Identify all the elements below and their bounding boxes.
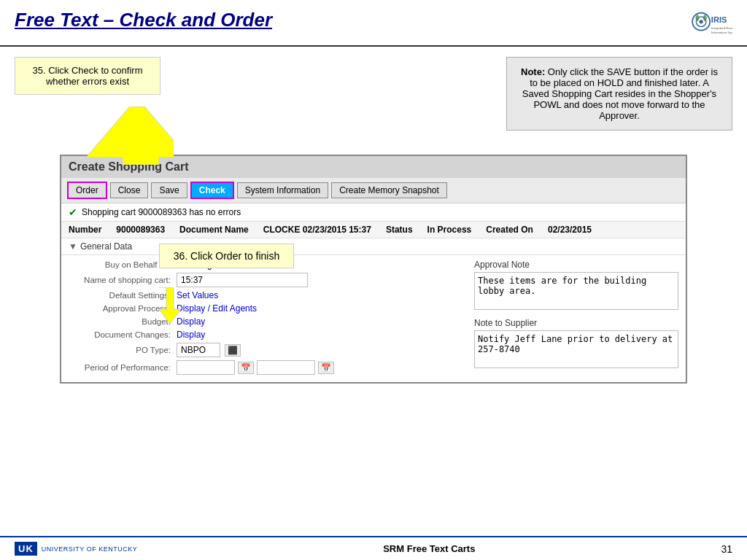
supplier-note-label: Note to Supplier [474,318,678,328]
form-left: Buy on Behalf Of: Mr. Craig Locke Name o… [69,260,460,378]
number-value: 9000089363 [116,225,165,235]
name-row: Name of shopping cart: [69,273,460,287]
period-end-icon[interactable]: 📅 [318,362,334,374]
note-label: Note: [521,66,545,77]
general-data-label: General Data [80,241,132,252]
name-label: Name of shopping cart: [69,276,171,284]
svg-marker-7 [159,287,181,324]
created-value: 02/23/2015 [548,225,592,235]
period-start-input[interactable] [177,360,235,375]
svg-marker-6 [86,106,174,165]
period-label: Period of Performance: [69,363,171,372]
cart-panel: Create Shopping Cart Order Close Save Ch… [60,155,687,384]
order-button[interactable]: Order [67,182,107,199]
page-header: Free Text – Check and Order IRIS Integra… [0,0,747,47]
create-snapshot-button[interactable]: Create Memory Snapshot [331,182,447,198]
callout-step-35: 35. Click Check to confirm whether error… [15,57,160,95]
iris-logo: IRIS Integrated Resource Information Sys… [689,9,732,41]
callout-step-35-text: 35. Click Check to confirm whether error… [33,65,143,87]
expand-icon[interactable]: ▼ [69,241,77,252]
tooltip-step-36-text: 36. Click Order to finish [174,250,280,262]
approval-note-label: Approval Note [474,260,678,270]
svg-text:Integrated Resource: Integrated Resource [711,26,732,30]
po-type-label: PO Type: [69,346,171,354]
arrow-step-35 [86,106,174,165]
svg-text:Information System: Information System [711,31,732,34]
period-controls: 📅 📅 [177,360,334,375]
status-check-icon: ✔ [69,206,77,218]
po-type-input[interactable] [177,343,220,357]
svg-text:IRIS: IRIS [711,15,727,24]
po-type-icon[interactable]: ⬛ [225,344,241,357]
callout-note: Note: Only click the SAVE button if the … [506,57,732,131]
doc-name-label: Document Name [179,225,249,235]
budget-label: Budget: [69,317,171,326]
period-row: Period of Performance: 📅 📅 [69,360,460,375]
page-title: Free Text – Check and Order [15,9,272,31]
cart-info-row: Number 9000089363 Document Name CLOCKE 0… [61,222,686,238]
status-label: Status [386,225,413,235]
close-button[interactable]: Close [110,182,149,198]
status-value: In Process [427,225,472,235]
supplier-note-textarea[interactable] [474,330,678,368]
default-settings-row: Default Settings: Set Values [69,290,460,300]
page-number: 31 [721,543,732,555]
uk-text: University of Kentucky [42,545,137,553]
main-content: 35. Click Check to confirm whether error… [0,47,747,550]
note-text: Only click the SAVE button if the order … [522,66,718,121]
general-data-header: ▼ General Data [61,238,686,255]
approval-process-label: Approval Process: [69,304,171,313]
default-settings-label: Default Settings: [69,291,171,300]
period-end-input[interactable] [257,360,315,375]
po-type-row: PO Type: ⬛ [69,343,460,357]
po-type-controls: ⬛ [177,343,241,357]
svg-point-2 [700,20,703,23]
cart-toolbar: Order Close Save Check System Informatio… [61,178,686,203]
doc-name-value: CLOCKE 02/23/2015 15:37 [263,225,371,235]
period-start-icon[interactable]: 📅 [238,362,254,374]
footer-center-text: SRM Free Text Carts [383,543,475,554]
approval-process-row: Approval Process: Display / Edit Agents [69,303,460,314]
system-info-button[interactable]: System Information [237,182,328,198]
form-area: Buy on Behalf Of: Mr. Craig Locke Name o… [61,255,686,382]
status-bar: ✔ Shopping cart 9000089363 has no errors [61,203,686,222]
doc-changes-link[interactable]: Display [177,330,205,340]
logo-area: IRIS Integrated Resource Information Sys… [689,9,732,41]
tooltip-step-36: 36. Click Order to finish [159,244,294,268]
approval-note-textarea[interactable] [474,272,678,310]
page-footer: UK University of Kentucky SRM Free Text … [0,536,747,560]
name-input[interactable] [177,273,308,287]
footer-left: UK University of Kentucky [15,542,137,556]
created-label: Created On [486,225,533,235]
arrow-step-36 [159,287,196,324]
save-button[interactable]: Save [151,182,187,198]
budget-row: Budget: Display [69,316,460,327]
number-label: Number [69,225,101,235]
check-button[interactable]: Check [190,182,234,199]
doc-changes-label: Document Changes: [69,330,171,339]
status-message: Shopping cart 9000089363 has no errors [82,207,241,217]
buyer-label: Buy on Behalf Of: [69,260,171,269]
form-right: Approval Note Note to Supplier [474,260,678,378]
doc-changes-row: Document Changes: Display [69,330,460,340]
uk-logo: UK [15,542,37,556]
